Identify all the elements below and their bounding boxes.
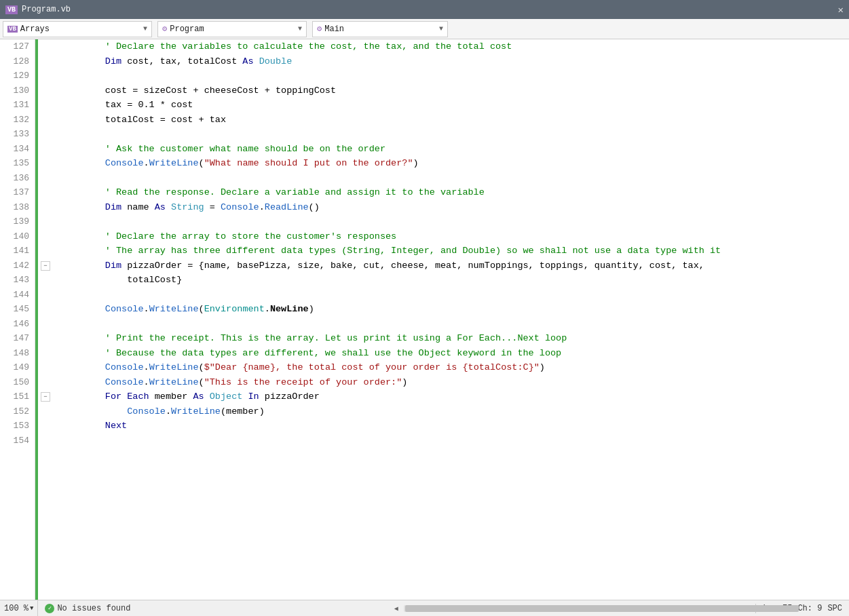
code-token: ' Print the receipt. This is the array. … [105,331,567,346]
code-token: In [248,389,259,404]
code-token: Console [105,375,144,390]
code-token: member [149,389,193,404]
code-token: Console [105,156,144,171]
code-token: Dim [105,258,121,273]
code-token: NewLine [270,302,309,317]
code-token: totalCost} [127,273,182,288]
code-token [204,389,210,404]
code-token: Console [105,302,144,317]
code-token: "What name should I put on the order?" [204,156,413,171]
table-row [61,214,849,229]
code-token: . [144,302,149,317]
indicator-row [35,419,56,434]
indicator-row [35,214,56,229]
status-bar: 100 % ▼ ✓ No issues found ◀ ▶ Ln: 75 Ch:… [0,600,849,616]
indicator-row [35,360,56,375]
indicator-row [35,434,56,448]
table-row: Dim name As String = Console.ReadLine() [61,200,849,215]
zoom-arrow-icon[interactable]: ▼ [30,605,33,612]
table-row: ' Declare the array to store the custome… [61,229,849,244]
code-token: ' Read the response. Declare a variable … [105,185,485,200]
zoom-label: 100 % [4,604,29,613]
code-token [254,54,259,69]
code-token: ( [199,156,204,171]
indicator-row [35,142,56,157]
program-dropdown[interactable]: ⚙ Program ▼ [157,21,307,37]
indent-space [61,273,127,288]
arrays-dropdown[interactable]: VB Arrays ▼ [3,21,152,37]
indicator-row [35,346,56,361]
line-number: 127 [3,39,29,54]
line-number: 130 [3,83,29,98]
indent-mode-status: SPC [827,604,842,613]
code-token: As [242,54,253,69]
code-token: Dim [105,200,121,215]
code-token: . [265,302,270,317]
line-number: 138 [3,200,29,215]
program-label: Program [170,24,204,34]
code-token: totalCost = cost + tax [105,113,226,128]
table-row: Dim cost, tax, totalCost As Double [61,54,849,69]
collapse-button[interactable]: − [41,261,50,271]
code-token: ( [199,375,204,390]
line-number: 136 [3,171,29,186]
indicator-row: − [35,258,56,273]
code-token: cost, tax, totalCost [121,54,242,69]
indicators-gutter: −− [35,39,56,600]
indent-space [61,39,105,54]
indent-space [61,375,105,390]
indicator-row [35,156,56,171]
scroll-left-icon[interactable]: ◀ [392,604,401,613]
code-token: ) [402,375,407,390]
indicator-row [35,288,56,303]
code-token: pizzaOrder = {name, basePizza, size, bak… [121,258,704,273]
line-number: 132 [3,113,29,128]
vb-arrays-icon: VB [7,26,18,33]
indent-space [61,404,127,419]
indent-space [61,156,105,171]
indicator-row [35,331,56,346]
horizontal-scrollbar[interactable] [404,600,743,616]
indent-space [61,244,105,258]
collapse-button[interactable]: − [41,392,50,402]
indicator-row [35,375,56,390]
table-row: For Each member As Object In pizzaOrder [61,389,849,404]
table-row [61,69,849,83]
table-row: tax = 0.1 * cost [61,98,849,113]
line-number: 137 [3,185,29,200]
code-token: As [155,200,166,215]
scroll-thumb[interactable] [405,605,799,612]
zoom-control[interactable]: 100 % ▼ [0,600,38,616]
line-number: 150 [3,375,29,390]
indicator-row [35,39,56,54]
indent-space [61,258,105,273]
indicator-row [35,113,56,128]
code-token: As [193,389,204,404]
close-icon[interactable]: ✕ [838,4,844,16]
code-token: WriteLine [149,302,199,317]
indicator-row [35,127,56,142]
issues-panel: ✓ No issues found [38,604,391,613]
indicator-row [35,317,56,332]
code-token: $"Dear {name}, the total cost of your or… [204,360,540,375]
line-number: 134 [3,142,29,157]
line-numbers-gutter: 1271281291301311321331341351361371381391… [0,39,35,600]
code-area[interactable]: ' Declare the variables to calculate the… [56,39,849,600]
line-number: 147 [3,331,29,346]
code-token: WriteLine [149,360,199,375]
vb-icon: VB [5,5,18,14]
line-number: 135 [3,156,29,171]
line-number: 148 [3,346,29,361]
main-icon: ⚙ [317,24,322,34]
code-token: ) [309,302,314,317]
code-token: Each [127,389,149,404]
indent-space [61,83,105,98]
main-dropdown[interactable]: ⚙ Main ▼ [312,21,448,37]
code-token: ReadLine [265,200,309,215]
table-row: totalCost = cost + tax [61,113,849,128]
table-row [61,288,849,303]
table-row: Console.WriteLine(member) [61,404,849,419]
code-token: Console [127,404,166,419]
code-token: Next [105,419,127,434]
line-number: 133 [3,127,29,142]
